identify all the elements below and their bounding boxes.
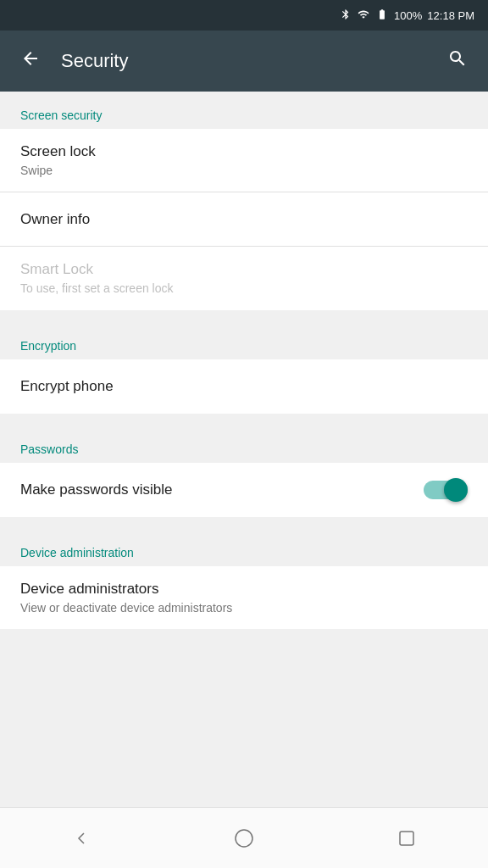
passwords-visible-toggle[interactable] xyxy=(424,478,468,502)
status-icons: 100% 12:18 PM xyxy=(340,8,474,24)
divider-2 xyxy=(0,415,488,426)
app-bar-left: Security xyxy=(14,42,128,81)
nav-recents-button[interactable] xyxy=(376,821,437,855)
battery-level: 100% xyxy=(394,9,422,22)
owner-info-item[interactable]: Owner info xyxy=(0,192,488,247)
time-display: 12:18 PM xyxy=(427,9,474,22)
device-admin-group: Device administrators View or deactivate… xyxy=(0,566,488,629)
divider-3 xyxy=(0,519,488,529)
screen-lock-title: Screen lock xyxy=(20,142,468,161)
section-header-encryption: Encryption xyxy=(0,322,488,359)
make-passwords-visible-title: Make passwords visible xyxy=(20,481,173,499)
app-bar: Security xyxy=(0,31,488,92)
section-header-screen-security: Screen security xyxy=(0,92,488,129)
make-passwords-visible-item[interactable]: Make passwords visible xyxy=(0,463,488,517)
settings-content: Screen security Screen lock Swipe Owner … xyxy=(0,92,488,807)
encryption-group: Encrypt phone xyxy=(0,359,488,414)
smart-lock-subtitle: To use, first set a screen lock xyxy=(20,281,468,296)
section-screen-security: Screen security Screen lock Swipe Owner … xyxy=(0,92,488,310)
device-administrators-subtitle: View or deactivate device administrators xyxy=(20,600,468,615)
status-bar: 100% 12:18 PM xyxy=(0,0,488,31)
section-passwords: Passwords Make passwords visible xyxy=(0,426,488,517)
passwords-visible-row: Make passwords visible xyxy=(20,478,468,502)
encrypt-phone-title: Encrypt phone xyxy=(20,377,468,396)
smart-lock-title: Smart Lock xyxy=(20,260,468,279)
screen-lock-item[interactable]: Screen lock Swipe xyxy=(0,129,488,192)
section-encryption: Encryption Encrypt phone xyxy=(0,322,488,414)
screen-lock-subtitle: Swipe xyxy=(20,163,468,178)
page-title: Security xyxy=(61,50,128,72)
battery-icon xyxy=(375,8,389,23)
device-administrators-item[interactable]: Device administrators View or deactivate… xyxy=(0,566,488,629)
section-device-administration: Device administration Device administrat… xyxy=(0,529,488,629)
search-button[interactable] xyxy=(441,42,474,81)
encrypt-phone-item[interactable]: Encrypt phone xyxy=(0,359,488,414)
back-button[interactable] xyxy=(14,42,47,81)
nav-back-button[interactable] xyxy=(51,821,112,855)
passwords-group: Make passwords visible xyxy=(0,463,488,517)
nav-home-button[interactable] xyxy=(214,821,274,855)
svg-point-0 xyxy=(236,830,252,847)
divider-1 xyxy=(0,312,488,322)
smart-lock-item: Smart Lock To use, first set a screen lo… xyxy=(0,247,488,309)
section-header-passwords: Passwords xyxy=(0,426,488,463)
bluetooth-icon xyxy=(340,8,352,24)
owner-info-title: Owner info xyxy=(20,210,468,229)
section-header-device-admin: Device administration xyxy=(0,529,488,566)
divider-bottom xyxy=(0,631,488,641)
wifi-icon xyxy=(357,8,370,23)
screen-security-group: Screen lock Swipe Owner info Smart Lock … xyxy=(0,129,488,310)
svg-rect-1 xyxy=(400,832,413,845)
device-administrators-title: Device administrators xyxy=(20,580,468,598)
toggle-thumb xyxy=(444,478,468,502)
bottom-nav xyxy=(0,807,488,868)
